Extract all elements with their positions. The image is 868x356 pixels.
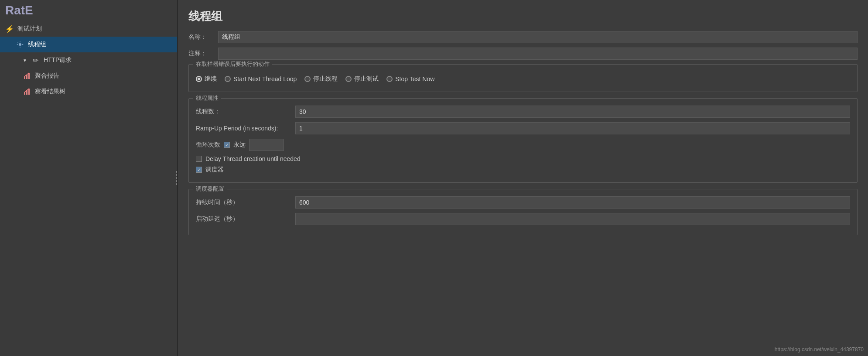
radio-label-next-thread-loop: Start Next Thread Loop	[233, 75, 297, 82]
startup-delay-label: 启动延迟（秒）	[196, 215, 292, 223]
http-request-icon: ✏	[31, 56, 40, 65]
name-row: 名称：	[188, 31, 858, 43]
svg-point-0	[19, 43, 21, 46]
radio-label-stop-test: 停止测试	[354, 75, 379, 83]
thread-props-title: 线程属性	[193, 94, 221, 102]
sidebar-item-label: HTTP请求	[44, 56, 72, 64]
error-action-panel: 在取样器错误后要执行的动作 继续 Start Next Thread Loop …	[188, 64, 858, 92]
startup-delay-row: 启动延迟（秒）	[196, 213, 850, 225]
loop-row: 循环次数 ✓ 永远	[196, 139, 850, 151]
thread-props-panel: 线程属性 线程数： Ramp-Up Period (in seconds): 循…	[188, 98, 858, 183]
comment-label: 注释：	[188, 50, 215, 58]
scheduler-label: 调度器	[205, 166, 224, 174]
sidebar-item-test-plan[interactable]: ⚡ 测试计划	[0, 21, 177, 37]
ramp-up-label: Ramp-Up Period (in seconds):	[196, 125, 292, 132]
thread-count-input[interactable]	[295, 106, 850, 118]
svg-rect-1	[24, 76, 25, 79]
comment-row: 注释：	[188, 48, 858, 60]
radio-stop-thread[interactable]: 停止线程	[304, 75, 338, 83]
duration-label: 持续时间（秒）	[196, 199, 292, 206]
ramp-up-row: Ramp-Up Period (in seconds):	[196, 122, 850, 134]
startup-delay-input[interactable]	[295, 213, 850, 225]
sidebar-item-view-tree[interactable]: 察看结果树	[0, 84, 177, 99]
radio-circle-stop-thread	[304, 76, 311, 82]
page-title: 线程组	[188, 9, 858, 24]
delay-checkbox[interactable]	[196, 156, 202, 162]
name-label: 名称：	[188, 33, 215, 41]
sidebar: RatE ⚡ 测试计划 线程组 ▼ ✏ HTTP请求 聚合报告	[0, 0, 178, 356]
radio-label-continue: 继续	[205, 75, 217, 83]
sidebar-item-label: 线程组	[28, 41, 46, 48]
radio-circle-stop-test	[345, 76, 352, 82]
watermark: https://blog.csdn.net/weixin_44397870	[775, 346, 864, 353]
loop-label: 循环次数	[196, 141, 220, 149]
svg-rect-6	[28, 89, 30, 95]
radio-continue[interactable]: 继续	[196, 75, 217, 83]
delay-row: Delay Thread creation until needed	[196, 155, 850, 162]
comment-input[interactable]	[218, 48, 858, 60]
name-input[interactable]	[218, 31, 858, 43]
duration-input[interactable]	[295, 196, 850, 209]
resize-handle[interactable]	[174, 169, 179, 187]
error-action-title: 在取样器错误后要执行的动作	[193, 60, 272, 68]
test-plan-icon: ⚡	[5, 24, 14, 33]
radio-label-stop-test-now: Stop Test Now	[395, 75, 434, 82]
delay-label: Delay Thread creation until needed	[205, 155, 301, 162]
sidebar-item-label: 聚合报告	[35, 72, 59, 80]
duration-row: 持续时间（秒）	[196, 196, 850, 209]
thread-props-content: 线程数： Ramp-Up Period (in seconds): 循环次数 ✓…	[196, 106, 850, 174]
loop-count-input[interactable]	[249, 139, 284, 151]
gear-svg	[16, 41, 24, 48]
radio-circle-stop-test-now	[386, 76, 393, 82]
scheduler-config-title: 调度器配置	[193, 185, 227, 193]
view-tree-icon	[23, 87, 31, 96]
thread-group-icon	[16, 40, 24, 49]
radio-next-thread-loop[interactable]: Start Next Thread Loop	[225, 75, 297, 82]
scheduler-config-content: 持续时间（秒） 启动延迟（秒）	[196, 196, 850, 225]
radio-label-stop-thread: 停止线程	[313, 75, 338, 83]
sidebar-item-aggregate-report[interactable]: 聚合报告	[0, 68, 177, 84]
sidebar-item-http-request[interactable]: ▼ ✏ HTTP请求	[0, 52, 177, 68]
sidebar-item-label: 测试计划	[17, 25, 42, 33]
scheduler-checkbox[interactable]: ✓	[196, 167, 202, 173]
radio-stop-test-now[interactable]: Stop Test Now	[386, 75, 434, 82]
radio-circle-continue	[196, 76, 202, 82]
forever-checkbox[interactable]: ✓	[224, 142, 230, 148]
rate-badge: RatE	[0, 0, 177, 21]
scheduler-row: ✓ 调度器	[196, 166, 850, 174]
error-action-options: 继续 Start Next Thread Loop 停止线程 停止测试 Stop…	[196, 72, 850, 86]
svg-rect-4	[24, 92, 25, 95]
sidebar-item-thread-group[interactable]: 线程组	[0, 37, 177, 52]
svg-rect-3	[28, 73, 30, 79]
aggregate-icon	[23, 72, 31, 80]
ramp-up-input[interactable]	[295, 122, 850, 134]
radio-stop-test[interactable]: 停止测试	[345, 75, 379, 83]
thread-count-label: 线程数：	[196, 108, 292, 116]
forever-label: 永远	[233, 141, 246, 149]
arrow-icon: ▼	[23, 58, 27, 63]
radio-circle-next-thread-loop	[225, 76, 231, 82]
scheduler-config-panel: 调度器配置 持续时间（秒） 启动延迟（秒）	[188, 189, 858, 235]
sidebar-item-label: 察看结果树	[35, 88, 65, 96]
thread-count-row: 线程数：	[196, 106, 850, 118]
main-content: 线程组 名称： 注释： 在取样器错误后要执行的动作 继续 Start Next …	[178, 0, 868, 356]
